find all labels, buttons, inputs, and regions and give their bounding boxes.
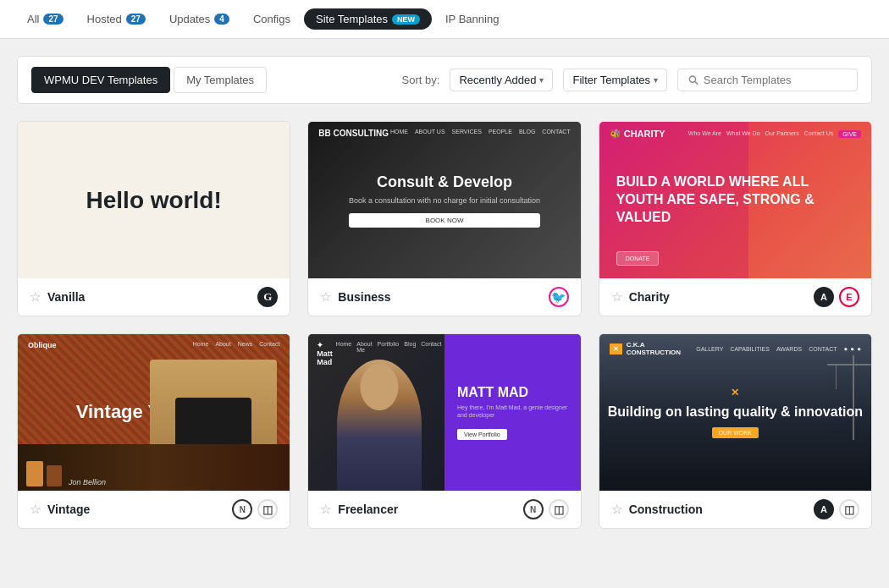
vintage-name: Vintage (47, 503, 90, 516)
construction-cta-btn: OUR WORK (712, 427, 759, 438)
nav-label-site-templates: Site Templates (316, 13, 388, 25)
vintage-signature: Jon Bellion (69, 478, 106, 486)
business-cta-btn: BOOK NOW (349, 213, 540, 228)
charity-learn-btn: DONATE (616, 251, 660, 266)
business-hero-content: Consult & Develop Book a consultation wi… (349, 173, 540, 228)
charity-avada-icon: A (814, 287, 834, 307)
sort-label: Sort by: (402, 74, 440, 86)
vanilla-builder-icons: G (257, 287, 278, 307)
business-hero-subtitle: Book a consultation with no charge for i… (349, 196, 540, 205)
template-footer-left-vanilla: ☆ Vanilla (30, 289, 85, 305)
vintage-bottom-posters: Jon Bellion (18, 444, 290, 491)
tab-wpmu-dev[interactable]: WPMU DEV Templates (31, 67, 170, 93)
nav-badge-new: NEW (392, 14, 420, 25)
svg-line-1 (695, 82, 698, 85)
construction-builder-icons: A ◫ (814, 499, 859, 519)
nav-label-all: All (27, 13, 39, 25)
freelancer-logo: ✦ Matt Mad (317, 341, 335, 366)
filter-label: Filter Templates (572, 74, 650, 86)
template-footer-freelancer: ☆ Freelancer N ◫ (308, 491, 580, 528)
template-footer-charity: ☆ Charity A E (599, 278, 871, 316)
charity-builder-icons: A E (814, 287, 859, 307)
business-name: Business (338, 290, 390, 304)
tab-my-templates[interactable]: My Templates (174, 67, 267, 93)
nav-count-all: 27 (43, 14, 63, 25)
freelancer-builder-icons: N ◫ (523, 499, 569, 519)
nav-label-configs: Configs (253, 13, 290, 25)
template-grid: Hello world! ☆ Vanilla G (17, 121, 872, 529)
construction-x-icon: ✕ (608, 387, 863, 398)
template-footer-vanilla: ☆ Vanilla G (18, 278, 290, 316)
svg-point-0 (689, 76, 695, 82)
construction-logo-x: ✕ (610, 343, 622, 354)
charity-cta-area: DONATE (616, 251, 660, 266)
nav-count-updates: 4 (214, 14, 229, 25)
freelancer-hero-desc: Hey there, I'm Matt Mad, a genie designe… (457, 404, 568, 420)
vintage-notion-icon: N (232, 499, 252, 519)
freelancer-hero-name: MATT MAD (457, 385, 568, 400)
template-card-vintage: Oblique Home About News Contact Vintage … (17, 333, 290, 529)
search-input[interactable] (704, 74, 847, 86)
vanilla-favorite-icon[interactable]: ☆ (30, 289, 41, 305)
construction-favorite-icon[interactable]: ☆ (611, 502, 622, 517)
template-footer-construction: ☆ Construction A ◫ (599, 491, 871, 528)
freelancer-name: Freelancer (338, 503, 398, 516)
nav-item-all[interactable]: All 27 (17, 8, 74, 30)
template-preview-freelancer[interactable]: ✦ Matt Mad Home About Me Portfolio Blog … (308, 334, 580, 491)
nav-item-hosted[interactable]: Hosted 27 (77, 8, 156, 30)
template-footer-left-business: ☆ Business (320, 289, 390, 305)
charity-nav-links: Who We Are What We Do Our Partners Conta… (688, 130, 861, 138)
freelancer-content-side: MATT MAD Hey there, I'm Matt Mad, a geni… (444, 334, 581, 491)
charity-logo: 🐝 CHARITY (610, 129, 665, 140)
sort-chevron-icon: ▾ (539, 75, 544, 85)
vintage-builder-icons: N ◫ (232, 499, 278, 519)
freelancer-n-icon: N (523, 499, 544, 519)
template-card-business: BB CONSULTING HOME ABOUT US SERVICES PEO… (307, 121, 581, 316)
search-icon (688, 74, 698, 85)
freelancer-mock-nav: ✦ Matt Mad Home About Me Portfolio Blog … (308, 341, 450, 366)
template-footer-left-vintage: ☆ Vintage (30, 502, 90, 517)
template-preview-vintage[interactable]: Oblique Home About News Contact Vintage … (18, 334, 290, 491)
template-card-freelancer: ✦ Matt Mad Home About Me Portfolio Blog … (307, 333, 581, 529)
vanilla-preview-text: Hello world! (86, 187, 222, 214)
vintage-favorite-icon[interactable]: ☆ (30, 502, 41, 517)
template-preview-business[interactable]: BB CONSULTING HOME ABOUT US SERVICES PEO… (308, 122, 580, 278)
freelancer-favorite-icon[interactable]: ☆ (320, 502, 331, 517)
nav-count-hosted: 27 (126, 14, 146, 25)
toolbar: WPMU DEV Templates My Templates Sort by:… (17, 56, 872, 104)
vintage-nav-links: Home About News Contact (193, 341, 280, 349)
charity-hero-text: BUILD A WORLD WHERE ALL YOUTH ARE SAFE, … (599, 157, 871, 243)
business-mock-nav: BB CONSULTING HOME ABOUT US SERVICES PEO… (308, 129, 580, 138)
template-card-charity: 🐝 CHARITY Who We Are What We Do Our Part… (599, 121, 872, 316)
filter-chevron-icon: ▾ (654, 75, 658, 85)
business-hummingbird-icon: 🐦 (549, 287, 569, 307)
nav-label-ip-banning: IP Banning (445, 13, 499, 25)
template-card-vanilla: Hello world! ☆ Vanilla G (17, 121, 290, 316)
template-preview-charity[interactable]: 🐝 CHARITY Who We Are What We Do Our Part… (599, 122, 871, 278)
business-favorite-icon[interactable]: ☆ (320, 289, 331, 305)
construction-logo-text: C.K.A CONSTRUCTION (627, 341, 697, 356)
search-box[interactable] (677, 69, 858, 91)
nav-item-ip-banning[interactable]: IP Banning (435, 8, 509, 30)
charity-favorite-icon[interactable]: ☆ (611, 289, 622, 305)
nav-item-updates[interactable]: Updates 4 (159, 8, 240, 30)
nav-item-site-templates[interactable]: Site Templates NEW (304, 8, 432, 30)
sort-dropdown[interactable]: Recently Added ▾ (450, 69, 553, 91)
template-footer-left-construction: ☆ Construction (611, 502, 703, 517)
freelancer-layers-icon: ◫ (549, 499, 569, 519)
construction-mock-nav: ✕ C.K.A CONSTRUCTION GALLERY CAPABILITIE… (599, 341, 871, 356)
nav-label-updates: Updates (169, 13, 210, 25)
charity-elementor-icon: E (839, 287, 859, 307)
nav-item-configs[interactable]: Configs (243, 8, 301, 30)
construction-hero-content: ✕ Building on lasting quality & innovati… (608, 387, 863, 439)
business-hero-title: Consult & Develop (349, 173, 540, 191)
template-preview-construction[interactable]: ✕ C.K.A CONSTRUCTION GALLERY CAPABILITIE… (599, 334, 871, 491)
filter-button[interactable]: Filter Templates ▾ (563, 69, 667, 91)
business-nav-links: HOME ABOUT US SERVICES PEOPLE BLOG CONTA… (390, 129, 571, 138)
construction-hero-text: Building on lasting quality & innovation (608, 404, 863, 421)
freelancer-text-content: MATT MAD Hey there, I'm Matt Mad, a geni… (457, 385, 568, 440)
freelancer-cta-btn: View Portfolio (457, 429, 507, 440)
business-builder-icons: 🐦 (549, 287, 569, 307)
vanilla-gutenberg-icon: G (257, 287, 278, 307)
template-preview-vanilla[interactable]: Hello world! (18, 122, 290, 278)
